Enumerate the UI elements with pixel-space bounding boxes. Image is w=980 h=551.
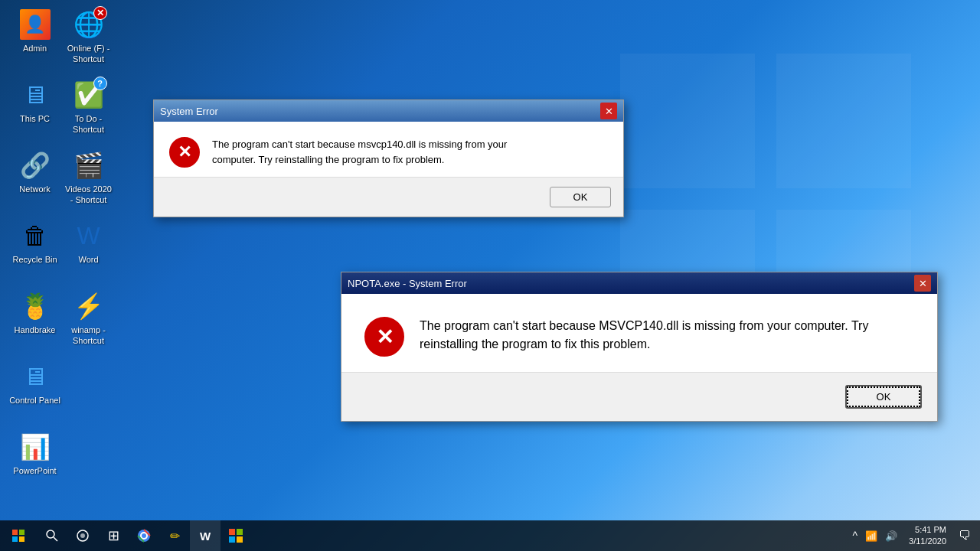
admin-icon: 👤	[20, 9, 51, 40]
powerpoint-icon: 📊	[20, 432, 51, 462]
svg-rect-7	[19, 536, 24, 542]
winamp-icon: ⚡	[74, 291, 104, 321]
dialog1-ok-button[interactable]: OK	[550, 187, 611, 207]
file-explorer-icon: ⊞	[108, 527, 119, 544]
desktop-icon-network[interactable]: 🔗 Network	[6, 147, 64, 197]
windows-start-icon	[12, 530, 24, 542]
desktop-icon-online-f[interactable]: 🌐 ✕ Online (F) - Shortcut	[60, 6, 117, 68]
svg-rect-0	[620, 54, 755, 188]
handbrake-icon: 🍍	[20, 291, 51, 321]
word-label: Word	[78, 254, 98, 265]
desktop-icon-this-pc[interactable]: 🖥 This PC	[6, 77, 64, 127]
dialog2-close-button[interactable]: ✕	[914, 275, 931, 292]
dialog1-close-button[interactable]: ✕	[600, 103, 617, 119]
taskbar: ⊞ ✏ W	[0, 520, 980, 551]
desktop-icon-videos[interactable]: 🎬 Videos 2020 - Shortcut	[60, 147, 117, 209]
svg-rect-17	[229, 536, 235, 543]
svg-rect-16	[237, 529, 243, 535]
svg-rect-6	[12, 536, 18, 542]
videos-label: Videos 2020 - Shortcut	[63, 184, 114, 206]
word-icon: W	[74, 220, 104, 251]
svg-rect-5	[19, 530, 24, 535]
search-taskbar-button[interactable]	[37, 520, 67, 551]
system-tray: ^ 📶 🔊 5:41 PM 3/11/2020 🗨	[850, 524, 980, 548]
dialog1-error-icon: ✕	[169, 137, 200, 168]
dialog2-message: The program can't start because MSVCP140…	[420, 317, 914, 354]
volume-tray-icon[interactable]: 🔊	[883, 530, 900, 542]
desktop-icon-control-panel[interactable]: 🖥 Control Panel	[6, 358, 64, 409]
powerpoint-label: PowerPoint	[13, 465, 56, 476]
svg-point-8	[47, 530, 54, 538]
dialog2-title: NPOTA.exe - System Error	[348, 278, 914, 289]
svg-point-11	[80, 533, 85, 538]
recycle-bin-icon: 🗑	[20, 220, 51, 251]
start-button[interactable]	[0, 520, 37, 551]
npota-error-dialog: NPOTA.exe - System Error ✕ ✕ The program…	[341, 272, 938, 422]
svg-point-14	[142, 533, 146, 538]
search-icon	[46, 530, 58, 542]
desktop-icon-recycle-bin[interactable]: 🗑 Recycle Bin	[6, 217, 64, 268]
notification-button[interactable]: 🗨	[956, 529, 974, 543]
winamp-label: winamp - Shortcut	[63, 324, 114, 347]
desktop-icon-handbrake[interactable]: 🍍 Handbrake	[6, 288, 64, 338]
dialog2-titlebar[interactable]: NPOTA.exe - System Error ✕	[341, 272, 937, 294]
pencil-icon: ✏	[170, 529, 180, 543]
dialog1-message: The program can't start because msvcp140…	[212, 137, 507, 167]
clock-date: 3/11/2020	[909, 536, 946, 547]
network-label: Network	[19, 184, 50, 194]
online-f-label: Online (F) - Shortcut	[63, 43, 114, 65]
expand-tray-button[interactable]: ^	[850, 530, 860, 542]
dialog2-error-icon: ✕	[364, 317, 404, 357]
red-x-overlay: ✕	[93, 6, 107, 20]
chrome-taskbar-button[interactable]	[129, 520, 159, 551]
clock-time: 5:41 PM	[909, 524, 946, 536]
dialog1-footer: OK	[154, 177, 623, 217]
recycle-bin-label: Recycle Bin	[12, 254, 57, 265]
videos-icon: 🎬	[74, 150, 104, 181]
dialog1-title: System Error	[160, 106, 600, 117]
control-panel-icon: 🖥	[20, 361, 51, 392]
handbrake-label: Handbrake	[15, 324, 56, 335]
question-overlay: ?	[93, 77, 107, 90]
dialog2-ok-button[interactable]: OK	[845, 385, 922, 409]
network-icon: 🔗	[20, 150, 51, 181]
desktop-icon-todo[interactable]: ✅ ? To Do - Shortcut	[60, 77, 117, 139]
svg-rect-18	[237, 536, 243, 543]
svg-line-9	[54, 537, 57, 541]
desktop-icon-winamp[interactable]: ⚡ winamp - Shortcut	[60, 288, 117, 350]
this-pc-label: This PC	[20, 113, 50, 124]
dialog2-content: ✕ The program can't start because MSVCP1…	[341, 294, 937, 372]
todo-icon: ✅ ?	[74, 80, 104, 110]
control-panel-label: Control Panel	[9, 395, 60, 406]
admin-label: Admin	[23, 43, 47, 54]
desktop-icon-word[interactable]: W Word	[60, 217, 117, 268]
store-taskbar-button[interactable]	[220, 520, 251, 551]
file-explorer-taskbar-button[interactable]: ⊞	[98, 520, 129, 551]
pencil-taskbar-button[interactable]: ✏	[159, 520, 190, 551]
word-taskbar-icon: W	[200, 530, 211, 543]
svg-rect-15	[229, 529, 235, 535]
desktop-icon-powerpoint[interactable]: 📊 PowerPoint	[6, 429, 64, 479]
task-view-button[interactable]	[67, 520, 98, 551]
svg-rect-1	[776, 54, 911, 188]
svg-rect-4	[12, 530, 18, 535]
dialog1-content: ✕ The program can't start because msvcp1…	[154, 122, 623, 177]
store-icon	[229, 529, 243, 543]
network-tray-icon[interactable]: 📶	[863, 530, 880, 542]
system-clock[interactable]: 5:41 PM 3/11/2020	[903, 524, 952, 548]
dialog1-titlebar[interactable]: System Error ✕	[154, 100, 623, 122]
online-f-icon: 🌐 ✕	[74, 9, 104, 40]
desktop: 👤 Admin 🌐 ✕ Online (F) - Shortcut 🖥 This…	[0, 0, 980, 551]
task-view-icon	[77, 530, 89, 542]
todo-label: To Do - Shortcut	[63, 113, 114, 135]
desktop-icon-admin[interactable]: 👤 Admin	[6, 6, 64, 57]
word-taskbar-button[interactable]: W	[190, 520, 220, 551]
this-pc-icon: 🖥	[20, 80, 51, 110]
dialog2-footer: OK	[341, 372, 937, 421]
system-error-dialog: System Error ✕ ✕ The program can't start…	[153, 99, 624, 217]
chrome-icon	[137, 529, 151, 543]
